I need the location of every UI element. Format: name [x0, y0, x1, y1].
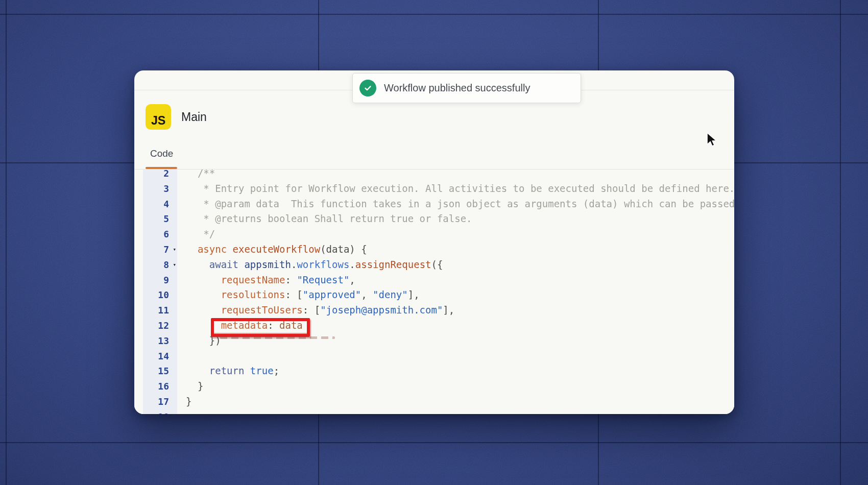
- annotation-box: [211, 318, 310, 337]
- code-lines: 2 /**3 * Entry point for Workflow execut…: [134, 169, 734, 414]
- line-number: 18: [143, 409, 177, 414]
- code-line[interactable]: 3 * Entry point for Workflow execution. …: [134, 181, 734, 197]
- line-number: 17: [143, 394, 177, 409]
- line-number: 7▾: [143, 242, 177, 257]
- code-line-text: await appsmith.workflows.assignRequest({: [177, 257, 443, 273]
- code-line-text: resolutions: ["approved", "deny"],: [177, 287, 420, 303]
- code-line-text: requestToUsers: ["joseph@appsmith.com"],: [177, 303, 454, 318]
- line-number: 16: [143, 379, 177, 394]
- line-number: 14: [143, 349, 177, 364]
- code-line-text: /**: [177, 169, 215, 181]
- line-number: 2: [143, 169, 177, 181]
- page-background: JS Main Code 2 /**3 * Entry point for Wo…: [0, 0, 868, 485]
- line-number: 15: [143, 363, 177, 379]
- line-number: 5: [143, 211, 177, 227]
- code-line[interactable]: 10 resolutions: ["approved", "deny"],: [134, 287, 734, 303]
- tab-code[interactable]: Code: [150, 148, 173, 159]
- fold-caret-icon[interactable]: ▾: [173, 242, 176, 257]
- js-icon-text: JS: [151, 114, 165, 128]
- grid-line: [6, 0, 7, 485]
- code-line[interactable]: 6 */: [134, 227, 734, 242]
- code-line[interactable]: 15 return true;: [134, 363, 734, 379]
- check-circle-icon: [359, 80, 376, 96]
- toast-message: Workflow published successfully: [384, 82, 530, 94]
- toast-notification: Workflow published successfully: [352, 73, 581, 103]
- grid-line: [0, 442, 868, 443]
- code-line[interactable]: 9 requestName: "Request",: [134, 273, 734, 288]
- code-line[interactable]: 17}: [134, 394, 734, 409]
- code-line-text: return true;: [177, 363, 279, 379]
- line-number: 8▾: [143, 257, 177, 273]
- line-number: 4: [143, 197, 177, 212]
- code-line-text: * @returns boolean Shall return true or …: [177, 211, 472, 227]
- code-line[interactable]: 2 /**: [134, 169, 734, 181]
- code-editor[interactable]: 2 /**3 * Entry point for Workflow execut…: [134, 169, 734, 414]
- code-line-text: * Entry point for Workflow execution. Al…: [177, 181, 734, 197]
- line-number: 3: [143, 181, 177, 197]
- code-line-text: requestName: "Request",: [177, 273, 355, 288]
- code-line[interactable]: 7▾ async executeWorkflow(data) {: [134, 242, 734, 257]
- line-number: 10: [143, 287, 177, 303]
- code-line-text: */: [177, 227, 215, 242]
- code-line[interactable]: 5 * @returns boolean Shall return true o…: [134, 211, 734, 227]
- fold-caret-icon[interactable]: ▾: [173, 257, 176, 273]
- line-number: 11: [143, 303, 177, 318]
- line-number: 13: [143, 333, 177, 349]
- workflow-editor-window: JS Main Code 2 /**3 * Entry point for Wo…: [134, 70, 734, 414]
- code-line[interactable]: 12 metadata: data: [134, 318, 734, 333]
- code-line-text: async executeWorkflow(data) {: [177, 242, 367, 257]
- code-line-text: * @param data This function takes in a j…: [177, 197, 734, 212]
- code-line[interactable]: 18: [134, 409, 734, 414]
- page-title: Main: [181, 110, 207, 124]
- line-number: 9: [143, 273, 177, 288]
- js-icon: JS: [146, 104, 171, 130]
- code-line[interactable]: 4 * @param data This function takes in a…: [134, 197, 734, 212]
- code-line-text: [177, 409, 186, 414]
- code-line[interactable]: 11 requestToUsers: ["joseph@appsmith.com…: [134, 303, 734, 318]
- code-line-text: }: [177, 394, 191, 409]
- code-line-text: }: [177, 379, 203, 394]
- grid-line: [0, 14, 868, 15]
- line-number: 6: [143, 227, 177, 242]
- code-line[interactable]: 16 }: [134, 379, 734, 394]
- grid-line: [840, 0, 841, 485]
- code-line[interactable]: 14: [134, 349, 734, 364]
- line-number: 12: [143, 318, 177, 333]
- code-line[interactable]: 8▾ await appsmith.workflows.assignReques…: [134, 257, 734, 273]
- code-line-text: [177, 349, 186, 364]
